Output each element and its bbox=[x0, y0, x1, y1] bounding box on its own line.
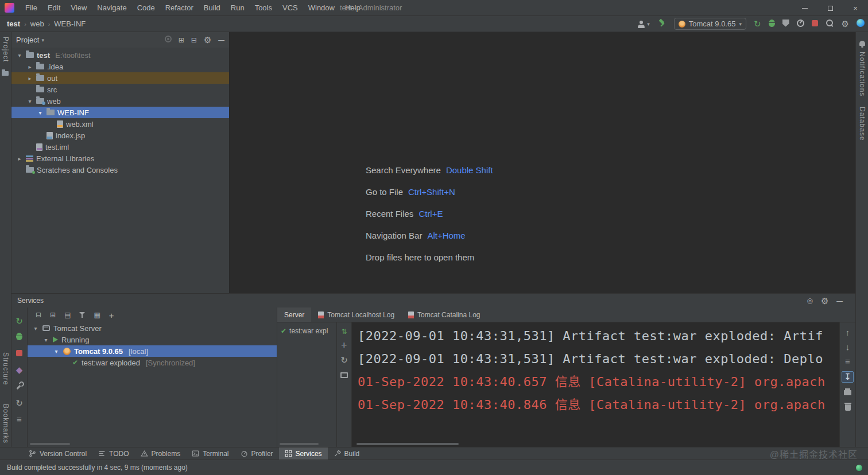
notifications-bell-button[interactable] bbox=[859, 39, 865, 48]
chevron-expanded-icon[interactable]: ▾ bbox=[32, 325, 39, 332]
services-node-running[interactable]: ▾ Running bbox=[28, 334, 277, 345]
maximize-button[interactable] bbox=[817, 0, 843, 16]
tree-item-test-root[interactable]: ▾ test E:\tool\test bbox=[11, 49, 229, 61]
stop-button[interactable] bbox=[812, 20, 818, 28]
run-configuration-select[interactable]: Tomcat 9.0.65 ▾ bbox=[674, 18, 746, 30]
project-stripe-folder-icon[interactable] bbox=[2, 71, 9, 76]
status-indicator-icon[interactable] bbox=[856, 465, 862, 471]
edit-configuration-button[interactable] bbox=[16, 381, 24, 391]
tree-item-web[interactable]: ▾ web bbox=[11, 95, 229, 107]
collapse-all-button[interactable]: ⊟ bbox=[191, 37, 197, 44]
project-view-select[interactable]: Project bbox=[16, 36, 39, 44]
shortcut-keys-link[interactable]: Ctrl+E bbox=[418, 209, 443, 219]
menu-tools[interactable]: Tools bbox=[250, 3, 277, 12]
console-horizontal-scrollbar[interactable] bbox=[356, 443, 459, 445]
expand-nodes-button[interactable]: ⊞ bbox=[50, 312, 56, 318]
stripe-notifications-button[interactable]: Notifications bbox=[858, 52, 866, 96]
debug-button[interactable] bbox=[769, 20, 775, 29]
menu-code[interactable]: Code bbox=[132, 3, 160, 12]
tree-horizontal-scrollbar[interactable] bbox=[30, 443, 70, 445]
profiler-button[interactable] bbox=[797, 20, 804, 29]
shortcut-keys-link[interactable]: Double Shift bbox=[446, 165, 493, 175]
services-hide-button[interactable]: ─ bbox=[836, 297, 843, 305]
shortcut-keys-link[interactable]: Alt+Home bbox=[427, 231, 465, 240]
breadcrumb-test[interactable]: test bbox=[7, 20, 20, 28]
services-node-tomcat-9065[interactable]: ▾ Tomcat 9.0.65 [local] bbox=[28, 345, 277, 357]
view-mode-button[interactable]: ▤ bbox=[64, 312, 71, 318]
expand-all-button[interactable]: ⊞ bbox=[179, 37, 184, 44]
menu-run[interactable]: Run bbox=[226, 3, 250, 12]
minimize-button[interactable] bbox=[792, 0, 817, 16]
stop-service-button[interactable] bbox=[16, 349, 22, 358]
menu-navigate[interactable]: Navigate bbox=[92, 3, 131, 12]
chevron-expanded-icon[interactable]: ▾ bbox=[53, 348, 60, 355]
rerun-button[interactable]: ↻ bbox=[16, 317, 23, 325]
services-settings-button[interactable]: ⚙ bbox=[821, 297, 828, 305]
tool-button-build[interactable]: Build bbox=[328, 447, 366, 460]
coverage-button[interactable] bbox=[782, 20, 789, 29]
menu-edit[interactable]: Edit bbox=[42, 3, 65, 12]
refresh-deployment-button[interactable]: ↻ bbox=[340, 356, 348, 364]
hide-panel-button[interactable]: ─ bbox=[218, 36, 224, 44]
tool-button-todo[interactable]: TODO bbox=[92, 447, 134, 460]
menu-file[interactable]: File bbox=[20, 3, 42, 12]
chevron-collapsed-icon[interactable]: ▸ bbox=[26, 75, 33, 81]
scroll-to-end-button[interactable]: ↧ bbox=[842, 371, 854, 383]
tool-button-services[interactable]: Services bbox=[279, 447, 328, 460]
chevron-expanded-icon[interactable]: ▾ bbox=[42, 337, 49, 343]
deploy-all-button[interactable]: ⇅ bbox=[341, 328, 347, 335]
tab-tomcat-localhost-log[interactable]: Tomcat Localhost Log bbox=[311, 307, 401, 322]
chevron-collapsed-icon[interactable]: ▸ bbox=[16, 155, 23, 162]
tool-button-terminal[interactable]: Terminal bbox=[186, 447, 234, 460]
menu-view[interactable]: View bbox=[65, 3, 92, 12]
tool-button-profiler[interactable]: Profiler bbox=[235, 447, 279, 460]
soft-wrap-button[interactable]: ≡ bbox=[845, 357, 850, 365]
tool-button-version-control[interactable]: Version Control bbox=[23, 447, 92, 460]
debug-service-button[interactable] bbox=[16, 333, 22, 342]
filter-button[interactable] bbox=[79, 311, 85, 320]
server-console-output[interactable]: [2022-09-01 10:43:31,531] Artifact test:… bbox=[352, 322, 839, 447]
breadcrumb-web-inf[interactable]: WEB-INF bbox=[54, 20, 86, 28]
code-with-me-button[interactable] bbox=[857, 19, 865, 29]
dock-button[interactable] bbox=[340, 371, 348, 380]
group-by-button[interactable]: ⊟ bbox=[36, 312, 41, 318]
settings-button[interactable]: ⚙ bbox=[842, 20, 849, 28]
tree-item-web-inf[interactable]: ▾ WEB-INF bbox=[11, 107, 229, 118]
shortcut-keys-link[interactable]: Ctrl+Shift+N bbox=[408, 187, 455, 197]
refresh-button[interactable]: ↻ bbox=[16, 399, 23, 407]
add-service-button[interactable]: + bbox=[109, 311, 114, 320]
chevron-expanded-icon[interactable]: ▾ bbox=[16, 52, 23, 59]
services-node-tomcat-server[interactable]: ▾ Tomcat Server bbox=[28, 322, 277, 334]
stripe-structure-button[interactable]: Structure bbox=[2, 352, 10, 386]
chevron-collapsed-icon[interactable]: ▸ bbox=[26, 64, 33, 70]
tree-item-index-jsp[interactable]: index.jsp bbox=[11, 130, 229, 141]
tree-item-out[interactable]: ▸ out bbox=[11, 72, 229, 84]
deployment-item-test-war[interactable]: ✔ test:war expl bbox=[277, 326, 336, 336]
menu-window[interactable]: Window bbox=[303, 3, 340, 12]
stripe-bookmarks-button[interactable]: Bookmarks bbox=[2, 404, 10, 443]
menu-build[interactable]: Build bbox=[199, 3, 226, 12]
tool-button-problems[interactable]: Problems bbox=[135, 447, 187, 460]
chevron-expanded-icon[interactable]: ▾ bbox=[26, 98, 33, 104]
options-menu-button[interactable]: ≡ bbox=[17, 415, 22, 423]
search-everywhere-button[interactable] bbox=[826, 19, 834, 29]
menu-vcs[interactable]: VCS bbox=[277, 3, 303, 12]
stripe-project-button[interactable]: Project bbox=[2, 37, 10, 62]
tab-tomcat-catalina-log[interactable]: Tomcat Catalina Log bbox=[401, 307, 487, 322]
move-button[interactable]: ✛ bbox=[341, 342, 347, 349]
menu-refactor[interactable]: Refactor bbox=[160, 3, 199, 12]
services-node-test-war[interactable]: ✔ test:war exploded [Synchronized] bbox=[28, 357, 277, 368]
float-mode-button[interactable]: ◎ bbox=[807, 297, 812, 304]
chevron-expanded-icon[interactable]: ▾ bbox=[37, 110, 44, 116]
breadcrumb-web[interactable]: web bbox=[30, 20, 44, 28]
deployments-horizontal-scrollbar[interactable] bbox=[280, 443, 319, 445]
tree-item-scratches[interactable]: Scratches and Consoles bbox=[11, 164, 229, 176]
build-project-button[interactable] bbox=[657, 19, 666, 29]
tree-item-idea[interactable]: ▸ .idea bbox=[11, 61, 229, 72]
close-button[interactable]: × bbox=[843, 0, 868, 16]
print-button[interactable] bbox=[844, 388, 851, 397]
tab-server[interactable]: Server bbox=[277, 307, 311, 322]
service-node-button[interactable]: ◆ bbox=[16, 365, 23, 374]
clear-console-button[interactable] bbox=[845, 403, 851, 412]
locate-file-button[interactable] bbox=[165, 36, 172, 44]
